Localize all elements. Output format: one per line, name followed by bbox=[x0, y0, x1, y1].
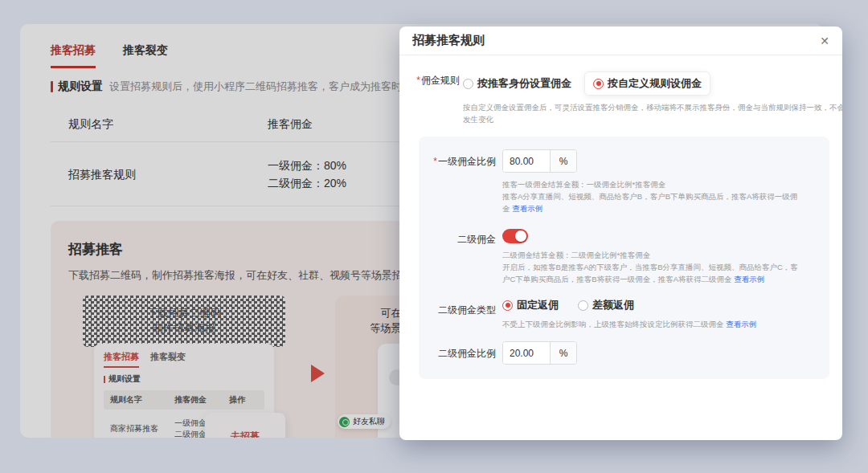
l2-type-example-link[interactable]: 查看示例 bbox=[726, 320, 756, 328]
l1-tip-line3: 金 查看示例 bbox=[502, 202, 820, 214]
l1-tip-line3-text: 金 bbox=[502, 204, 512, 213]
l2-switch-label: 二级佣金 bbox=[419, 227, 496, 285]
l2-type-tip-text: 不受上下级佣金比例影响，上级推客始终按设定比例获得二级佣金 bbox=[502, 320, 726, 328]
drawer-title: 招募推客规则 bbox=[412, 33, 485, 48]
required-mark: * bbox=[433, 156, 437, 167]
l2-tip-line1: 二级佣金结算金额：二级佣金比例*推客佣金 bbox=[502, 249, 820, 261]
toggle-knob bbox=[515, 230, 526, 242]
radio-by-identity[interactable]: 按推客身份设置佣金 bbox=[463, 76, 571, 91]
l2-ratio-input-group: % bbox=[502, 341, 577, 365]
rule-tip-line1: 按自定义佣金设置佣金后，可灵活设置推客分销佣金，移动端将不展示推客身份，佣金与当… bbox=[463, 101, 842, 113]
required-mark: * bbox=[416, 75, 420, 86]
l1-tip-line2: 推客A分享直播间、短视频、商品给客户B，客户B下单购买商品后，推客A将获得一级佣 bbox=[502, 190, 820, 202]
percent-suffix: % bbox=[550, 342, 576, 364]
commission-rule-label: *佣金规则 bbox=[406, 71, 460, 125]
l2-switch-row: 二级佣金 二级佣金结算金额：二级佣金比例*推客佣金 开启后，如推客B是推客A的下… bbox=[419, 227, 820, 285]
radio-diff-label: 差额返佣 bbox=[592, 298, 634, 312]
recruit-rule-drawer: 招募推客规则 ✕ *佣金规则 按推客身份设置佣金 bbox=[399, 27, 842, 440]
radio-circle-icon bbox=[463, 79, 473, 89]
radio-circle-icon bbox=[593, 79, 604, 89]
l2-switch-tip: 二级佣金结算金额：二级佣金比例*推客佣金 开启后，如推客B是推客A的下级客户，当… bbox=[502, 249, 820, 285]
radio-by-custom[interactable]: 按自定义规则设佣金 bbox=[584, 71, 710, 96]
commission-rule-row: *佣金规则 按推客身份设置佣金 按自定义规则设佣金 按 bbox=[406, 71, 833, 125]
l1-example-link[interactable]: 查看示例 bbox=[512, 204, 542, 213]
close-icon[interactable]: ✕ bbox=[817, 33, 833, 49]
radio-circle-icon bbox=[578, 300, 588, 311]
l2-ratio-input[interactable] bbox=[503, 342, 550, 364]
rule-tip-line2: 发生变化 bbox=[463, 113, 842, 125]
l2-tip-line3: 户C下单购买商品后，推客B将获得一级佣金，推客A将获得二级佣金 查看示例 bbox=[502, 273, 820, 285]
l1-ratio-label-text: 一级佣金比例 bbox=[438, 156, 496, 167]
l2-tip-line3-text: 户C下单购买商品后，推客B将获得一级佣金，推客A将获得二级佣金 bbox=[502, 275, 734, 283]
l1-ratio-input[interactable] bbox=[503, 150, 550, 172]
l1-ratio-input-group: % bbox=[502, 149, 577, 173]
l2-tip-line2: 开启后，如推客B是推客A的下级客户，当推客B分享直播间、短视频、商品给客户C，客 bbox=[502, 261, 820, 273]
l2-type-row: 二级佣金类型 固定返佣 差额返佣 bbox=[419, 298, 820, 330]
drawer-header: 招募推客规则 ✕ bbox=[399, 27, 842, 55]
radio-fixed-rebate[interactable]: 固定返佣 bbox=[502, 298, 559, 312]
radio-fixed-label: 固定返佣 bbox=[517, 298, 559, 312]
l2-type-tip: 不受上下级佣金比例影响，上级推客始终按设定比例获得二级佣金 查看示例 bbox=[502, 318, 820, 330]
l2-example-link[interactable]: 查看示例 bbox=[734, 275, 764, 283]
radio-by-custom-label: 按自定义规则设佣金 bbox=[608, 76, 702, 91]
commission-rule-tip: 按自定义佣金设置佣金后，可灵活设置推客分销佣金，移动端将不展示推客身份，佣金与当… bbox=[463, 101, 842, 125]
l1-ratio-row: *一级佣金比例 % 推客一级佣金结算金额：一级佣金比例*推客佣金 推客A分享直播… bbox=[419, 149, 820, 214]
l1-ratio-tip: 推客一级佣金结算金额：一级佣金比例*推客佣金 推客A分享直播间、短视频、商品给客… bbox=[502, 178, 820, 214]
l1-ratio-label: *一级佣金比例 bbox=[419, 149, 496, 214]
l1-tip-line1: 推客一级佣金结算金额：一级佣金比例*推客佣金 bbox=[502, 178, 820, 190]
l2-type-label: 二级佣金类型 bbox=[419, 298, 496, 330]
page: 推客招募 推客裂变 规则设置 设置招募规则后，使用小程序二维码招募推客，客户成为… bbox=[0, 0, 868, 473]
l2-ratio-row: 二级佣金比例 % bbox=[419, 341, 820, 365]
commission-rule-label-text: 佣金规则 bbox=[421, 75, 460, 86]
l2-ratio-label: 二级佣金比例 bbox=[419, 341, 496, 365]
custom-rule-panel: *一级佣金比例 % 推客一级佣金结算金额：一级佣金比例*推客佣金 推客A分享直播… bbox=[419, 137, 829, 379]
l2-commission-toggle[interactable] bbox=[502, 229, 528, 243]
radio-circle-icon bbox=[502, 300, 513, 311]
radio-by-identity-label: 按推客身份设置佣金 bbox=[477, 76, 571, 91]
radio-diff-rebate[interactable]: 差额返佣 bbox=[578, 298, 634, 312]
percent-suffix: % bbox=[550, 150, 576, 172]
